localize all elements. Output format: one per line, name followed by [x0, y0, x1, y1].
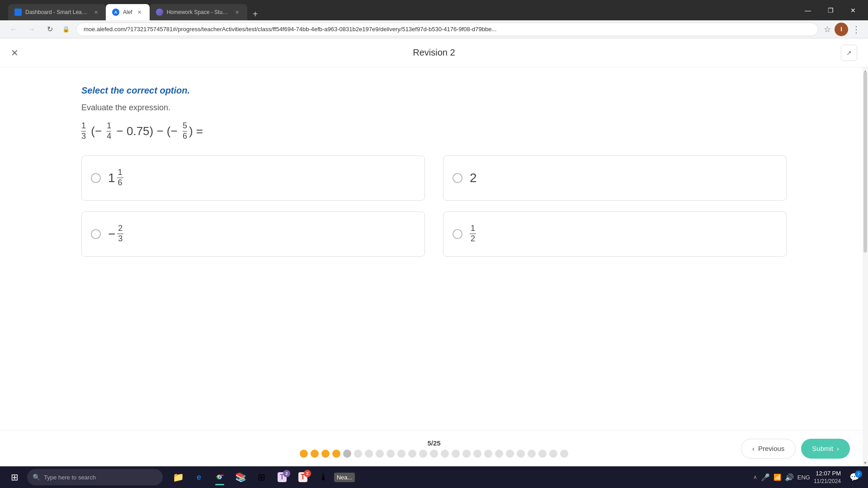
- progress-dot-11[interactable]: [408, 450, 416, 458]
- option-c-radio[interactable]: [91, 229, 101, 239]
- option-d-radio[interactable]: [453, 229, 462, 239]
- previous-button[interactable]: ‹ Previous: [741, 439, 796, 459]
- progress-dot-13[interactable]: [430, 450, 438, 458]
- progress-dot-17[interactable]: [473, 450, 481, 458]
- maximize-button[interactable]: ❐: [820, 4, 841, 17]
- tab-dashboard-close[interactable]: ✕: [92, 9, 99, 16]
- new-tab-button[interactable]: +: [249, 8, 262, 20]
- windows-icon: ⊞: [11, 472, 19, 483]
- expand-button[interactable]: ↗: [841, 45, 857, 61]
- progress-dot-15[interactable]: [452, 450, 460, 458]
- option-a[interactable]: 1 1 6: [81, 155, 425, 201]
- options-grid: 1 1 6 2 − 2 3: [81, 155, 787, 257]
- progress-dot-16[interactable]: [462, 450, 471, 458]
- progress-dot-23[interactable]: [538, 450, 547, 458]
- bookmark-icon[interactable]: ☆: [824, 24, 831, 34]
- nav-buttons: ‹ Previous Submit ›: [741, 439, 850, 459]
- scrollbar-thumb[interactable]: [863, 72, 867, 253]
- forward-button[interactable]: →: [25, 23, 38, 36]
- taskbar-search-input[interactable]: [44, 474, 134, 481]
- minimize-button[interactable]: —: [797, 4, 818, 17]
- tab-studyx[interactable]: Homework Space - StudyX ✕: [150, 4, 247, 20]
- volume-icon[interactable]: 🔊: [785, 473, 794, 482]
- scroll-down-arrow[interactable]: ▼: [863, 459, 868, 466]
- progress-dot-12[interactable]: [419, 450, 427, 458]
- nea-icon: Nea...: [334, 473, 355, 482]
- progress-dot-14[interactable]: [441, 450, 449, 458]
- teams-red-badge: 2: [304, 470, 311, 477]
- taskbar-search-icon: 🔍: [33, 474, 40, 481]
- progress-dot-21[interactable]: [517, 450, 525, 458]
- math-expression: 1 3 (− 1 4 − 0.75) − (− 5 6 ) =: [81, 122, 787, 141]
- progress-dot-19[interactable]: [495, 450, 503, 458]
- refresh-button[interactable]: ↻: [43, 23, 56, 36]
- shield-icon: 🔒: [61, 25, 71, 34]
- address-bar-icons: ☆ I ⋮: [824, 23, 861, 36]
- progress-dot-24[interactable]: [549, 450, 557, 458]
- dashboard-favicon: [14, 9, 22, 16]
- taskbar-system-tray: ∧ 🎤 📶 🔊 ENG 12:07 PM 11/21/2024 💬 2: [753, 468, 864, 486]
- taskbar-thermometer[interactable]: 🌡: [314, 468, 334, 486]
- option-b[interactable]: 2: [443, 155, 787, 201]
- close-button[interactable]: ✕: [843, 4, 863, 17]
- progress-dot-10[interactable]: [397, 450, 406, 458]
- taskbar-edge[interactable]: e: [189, 468, 209, 486]
- tab-alef[interactable]: A Alef ✕: [106, 4, 150, 20]
- taskbar-apps: 📁 e 📚 ⊞ T 2 T: [168, 468, 354, 486]
- submit-button[interactable]: Submit ›: [801, 439, 850, 459]
- address-bar: ← → ↻ 🔒 ☆ I ⋮: [0, 20, 868, 38]
- progress-dot-22[interactable]: [528, 450, 536, 458]
- notification-button[interactable]: 💬 2: [844, 468, 864, 486]
- option-b-radio[interactable]: [453, 173, 462, 183]
- progress-count: 5/25: [427, 439, 440, 447]
- back-button[interactable]: ←: [7, 23, 20, 36]
- option-c[interactable]: − 2 3: [81, 211, 425, 257]
- taskbar-nea[interactable]: Nea...: [335, 468, 354, 486]
- question-text: Evaluate the expression.: [81, 103, 787, 113]
- studyx-favicon: [156, 9, 163, 16]
- profile-button[interactable]: I: [835, 23, 848, 36]
- alef-favicon: A: [112, 9, 119, 16]
- expr-frac-1-4: 1 4: [107, 122, 111, 141]
- progress-dot-5[interactable]: [343, 450, 351, 458]
- taskbar-chrome[interactable]: [210, 468, 230, 486]
- progress-info: 5/25: [300, 439, 568, 458]
- tab-alef-label: Alef: [123, 9, 132, 15]
- progress-dot-25[interactable]: [560, 450, 568, 458]
- edge-icon: e: [197, 473, 201, 482]
- progress-dot-18[interactable]: [484, 450, 492, 458]
- tab-alef-close[interactable]: ✕: [136, 9, 143, 16]
- start-button[interactable]: ⊞: [4, 468, 25, 486]
- progress-dot-7[interactable]: [365, 450, 373, 458]
- file-explorer-icon: 📁: [173, 472, 184, 483]
- expr-frac-5-6: 5 6: [183, 122, 187, 141]
- tab-dashboard[interactable]: Dashboard - Smart Learning Ga ✕: [8, 4, 106, 20]
- progress-dot-6[interactable]: [354, 450, 362, 458]
- network-icon[interactable]: 📶: [774, 474, 781, 481]
- chevron-up-icon[interactable]: ∧: [753, 474, 757, 480]
- progress-dot-1[interactable]: [300, 450, 308, 458]
- browser-chrome: Dashboard - Smart Learning Ga ✕ A Alef ✕…: [0, 0, 868, 20]
- close-page-icon[interactable]: ✕: [11, 47, 19, 58]
- progress-dot-4[interactable]: [332, 450, 340, 458]
- option-d[interactable]: 1 2: [443, 211, 787, 257]
- option-d-content: 1 2: [470, 224, 476, 244]
- taskbar-books[interactable]: 📚: [231, 468, 250, 486]
- scrollbar-track[interactable]: ▲ ▼: [863, 67, 868, 466]
- progress-dot-3[interactable]: [321, 450, 330, 458]
- menu-icon[interactable]: ⋮: [852, 24, 861, 35]
- progress-dot-8[interactable]: [376, 450, 384, 458]
- mic-icon[interactable]: 🎤: [761, 473, 770, 482]
- option-a-radio[interactable]: [91, 173, 101, 183]
- taskbar: ⊞ 🔍 📁 e 📚 ⊞: [0, 466, 868, 488]
- progress-dot-20[interactable]: [506, 450, 514, 458]
- taskbar-search[interactable]: 🔍: [27, 469, 163, 485]
- taskbar-teams-purple[interactable]: T 2: [272, 468, 292, 486]
- progress-dot-2[interactable]: [311, 450, 319, 458]
- taskbar-app-grid[interactable]: ⊞: [251, 468, 271, 486]
- taskbar-teams-red[interactable]: T 2: [293, 468, 313, 486]
- tab-studyx-close[interactable]: ✕: [234, 9, 241, 16]
- address-input[interactable]: [76, 23, 818, 36]
- progress-dot-9[interactable]: [387, 450, 395, 458]
- taskbar-file-explorer[interactable]: 📁: [168, 468, 188, 486]
